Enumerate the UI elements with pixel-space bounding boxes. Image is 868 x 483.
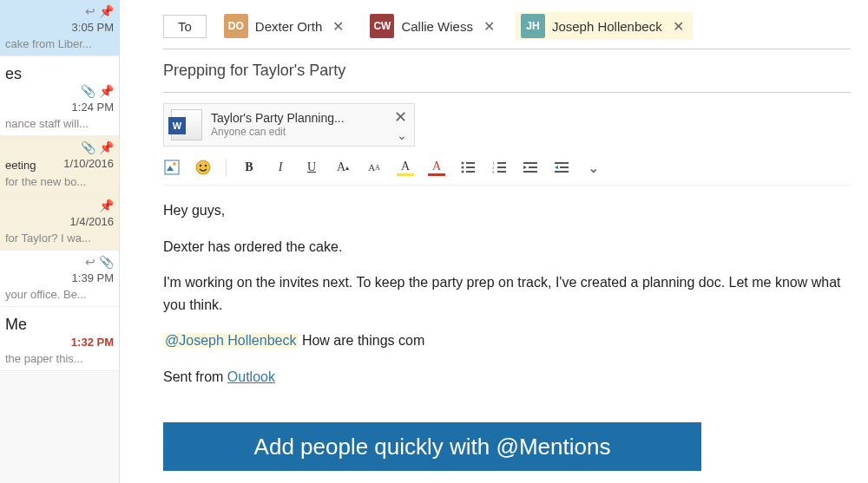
- attachment-title: Taylor's Party Planning...: [211, 111, 345, 126]
- attachment-chip[interactable]: W Taylor's Party Planning... Anyone can …: [163, 103, 415, 147]
- font-size-up-button[interactable]: A▴: [334, 159, 352, 176]
- avatar: CW: [370, 14, 394, 38]
- message-time: 1/4/2016: [5, 215, 114, 228]
- remove-attachment-icon[interactable]: ✕: [394, 108, 407, 127]
- message-preview: nance staff will...: [5, 117, 114, 130]
- font-size-down-button[interactable]: AA: [365, 159, 383, 176]
- remove-recipient-icon[interactable]: ✕: [669, 18, 687, 35]
- message-item[interactable]: ↩ 📌 3:05 PM cake from Liber...: [0, 0, 119, 56]
- message-time: 1/10/2016: [63, 157, 114, 172]
- remove-recipient-icon[interactable]: ✕: [329, 18, 347, 35]
- emoji-icon[interactable]: [194, 159, 212, 176]
- bullet-list-button[interactable]: [459, 159, 477, 176]
- message-preview: the paper this...: [5, 352, 114, 365]
- svg-rect-17: [497, 171, 506, 173]
- svg-point-5: [205, 165, 207, 166]
- insert-image-icon[interactable]: [163, 159, 181, 176]
- svg-rect-15: [497, 166, 506, 168]
- recipient-name: Dexter Orth: [255, 19, 323, 34]
- svg-rect-9: [466, 166, 475, 168]
- word-doc-icon: W: [171, 109, 202, 140]
- more-formatting-icon[interactable]: ⌄: [584, 159, 602, 176]
- message-preview: for the new bo...: [5, 175, 114, 188]
- message-time: 1:24 PM: [5, 101, 114, 114]
- signature-line: Sent from Outlook: [163, 366, 851, 388]
- svg-rect-18: [523, 162, 537, 164]
- remove-recipient-icon[interactable]: ✕: [480, 18, 498, 35]
- svg-rect-11: [466, 171, 475, 173]
- message-item[interactable]: ↩ 📎 1:39 PM your office. Be...: [0, 251, 119, 307]
- message-time: 3:05 PM: [5, 21, 114, 34]
- avatar: JH: [521, 14, 545, 38]
- bold-button[interactable]: B: [240, 159, 258, 176]
- pin-icon: 📌: [99, 199, 114, 212]
- message-preview: for Taylor? I wa...: [5, 232, 114, 245]
- svg-rect-7: [466, 162, 475, 164]
- highlight-button[interactable]: A: [397, 159, 414, 176]
- body-line: @Joseph Hollenbeck How are things com: [163, 330, 851, 352]
- mention-chip[interactable]: @Joseph Hollenbeck: [163, 333, 298, 348]
- reply-icon: ↩: [85, 4, 95, 18]
- message-preview: your office. Be...: [5, 288, 114, 301]
- attachment-options-icon[interactable]: ⌄: [397, 128, 407, 142]
- svg-rect-25: [555, 171, 569, 173]
- svg-rect-20: [529, 166, 537, 168]
- svg-point-6: [462, 162, 464, 165]
- to-button[interactable]: To: [163, 15, 207, 38]
- svg-marker-19: [523, 166, 527, 169]
- message-time: 1:39 PM: [5, 271, 114, 284]
- reply-icon: ↩: [85, 255, 95, 269]
- body-text: How are things com: [298, 333, 424, 348]
- message-body[interactable]: Hey guys, Dexter has ordered the cake. I…: [163, 199, 851, 388]
- pin-icon: 📌: [99, 140, 114, 154]
- svg-rect-22: [555, 162, 569, 164]
- signature-prefix: Sent from: [163, 369, 227, 384]
- separator: [226, 159, 227, 176]
- message-item[interactable]: 📎 📌 eeting 1/10/2016 for the new bo...: [0, 136, 119, 194]
- body-line: I'm working on the invites next. To keep…: [163, 271, 851, 316]
- svg-rect-0: [165, 160, 179, 174]
- recipient-name: Joseph Hollenbeck: [552, 19, 662, 34]
- svg-rect-13: [497, 162, 506, 164]
- mentions-banner: Add people quickly with @Mentions: [163, 422, 701, 471]
- message-list-sidebar: ↩ 📌 3:05 PM cake from Liber... es 📎 📌 1:…: [0, 0, 120, 483]
- compose-pane: To DO Dexter Orth ✕ CW Callie Wiess ✕ JH…: [120, 0, 868, 483]
- message-item[interactable]: 📌 1/4/2016 for Taylor? I wa...: [0, 194, 119, 251]
- message-title: eeting: [5, 159, 36, 172]
- svg-rect-24: [560, 166, 569, 168]
- format-toolbar: B I U A▴ AA A A 123 ⌄: [163, 159, 851, 186]
- message-item[interactable]: es 📎 📌 1:24 PM nance staff will...: [0, 56, 119, 136]
- recipient-chip[interactable]: DO Dexter Orth ✕: [219, 12, 353, 40]
- svg-point-10: [462, 171, 464, 173]
- attachment-icon: 📎: [81, 140, 95, 154]
- avatar: DO: [224, 14, 248, 38]
- pin-icon: 📌: [99, 84, 114, 98]
- recipient-chip[interactable]: CW Callie Wiess ✕: [365, 12, 503, 40]
- number-list-button[interactable]: 123: [490, 159, 508, 176]
- svg-marker-23: [555, 166, 558, 169]
- underline-button[interactable]: U: [303, 159, 320, 176]
- signature-link[interactable]: Outlook: [227, 369, 275, 384]
- recipient-name: Callie Wiess: [401, 19, 473, 34]
- indent-button[interactable]: [553, 159, 570, 176]
- to-row: To DO Dexter Orth ✕ CW Callie Wiess ✕ JH…: [163, 0, 851, 49]
- subject-input[interactable]: Prepping for Taylor's Party: [163, 49, 851, 93]
- svg-rect-21: [523, 171, 537, 173]
- outdent-button[interactable]: [522, 159, 539, 176]
- message-item[interactable]: Me 1:32 PM the paper this...: [0, 307, 119, 371]
- message-time: 1:32 PM: [5, 336, 114, 349]
- recipient-chip[interactable]: JH Joseph Hollenbeck ✕: [516, 12, 693, 40]
- svg-text:3: 3: [492, 170, 495, 174]
- body-line: Hey guys,: [163, 199, 851, 222]
- svg-point-3: [196, 160, 210, 174]
- font-color-button[interactable]: A: [428, 159, 445, 176]
- svg-point-4: [200, 165, 201, 166]
- message-title: Me: [5, 316, 114, 334]
- message-title: es: [5, 65, 114, 83]
- attachment-icon: 📎: [81, 84, 95, 98]
- attachment-icon: 📎: [99, 255, 114, 269]
- pin-icon: 📌: [99, 4, 114, 18]
- body-line: Dexter has ordered the cake.: [163, 236, 851, 258]
- svg-point-8: [462, 166, 464, 169]
- italic-button[interactable]: I: [272, 159, 289, 176]
